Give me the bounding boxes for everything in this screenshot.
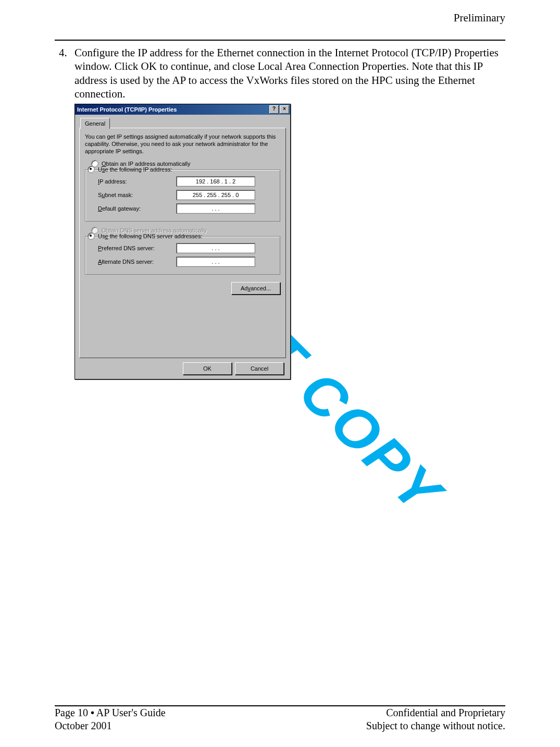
tab-general[interactable]: General [80,118,110,129]
advanced-button[interactable]: Advanced... [231,282,280,295]
preferred-dns-input[interactable]: . . . [176,243,255,253]
cancel-button[interactable]: Cancel [235,362,284,375]
footer-guide: AP User's Guide [94,707,166,718]
bullet-icon: • [91,707,94,718]
step-text: Configure the IP address for the Etherne… [74,46,507,101]
titlebar: Internet Protocol (TCP/IP) Properties ? … [75,104,290,115]
ip-groupbox: Use the following IP address: IP address… [85,169,280,222]
subnet-mask-input[interactable]: 255 . 255 . 255 . 0 [176,190,255,200]
tab-strip: General [79,118,286,128]
ok-button[interactable]: OK [183,362,232,375]
radio-use-ip[interactable] [88,166,95,173]
dialog-title: Internet Protocol (TCP/IP) Properties [77,106,177,113]
alternate-dns-label: Alternate DNS server: [98,259,176,265]
radio-use-ip-label: Use the following IP address: [98,166,172,173]
radio-use-dns[interactable] [88,232,95,240]
footer-notice: Subject to change without notice. [366,719,505,732]
dns-groupbox: Use the following DNS server addresses: … [85,236,280,275]
tabpage-general: You can get IP settings assigned automat… [79,128,286,358]
radio-use-dns-row[interactable]: Use the following DNS server addresses: [88,232,276,240]
step-number: 4. [59,46,67,59]
alternate-dns-input[interactable]: . . . [176,256,255,267]
footer: Page 10 • AP User's Guide October 2001 C… [55,706,505,732]
preferred-dns-label: Preferred DNS server: [98,245,176,251]
default-gateway-label: Default gateway: [98,205,176,212]
top-rule [55,40,505,41]
radio-use-dns-label: Use the following DNS server addresses: [98,233,203,239]
tcpip-properties-dialog: Internet Protocol (TCP/IP) Properties ? … [74,104,291,379]
radio-use-ip-row[interactable]: Use the following IP address: [88,166,276,173]
subnet-mask-label: Subnet mask: [98,192,176,198]
ip-address-label: IP address: [98,178,176,185]
header-classification: Preliminary [454,11,505,25]
help-button[interactable]: ? [269,105,279,114]
info-text: You can get IP settings assigned automat… [85,133,280,155]
footer-confidential: Confidential and Proprietary [366,706,505,719]
footer-page: Page 10 [55,707,91,718]
ip-address-input[interactable]: 192 . 168 . 1 . 2 [176,176,255,187]
close-button[interactable]: × [280,105,289,114]
default-gateway-input[interactable]: . . . [176,203,255,214]
step-4: 4. Configure the IP address for the Ethe… [59,46,507,101]
footer-date: October 2001 [55,719,166,732]
